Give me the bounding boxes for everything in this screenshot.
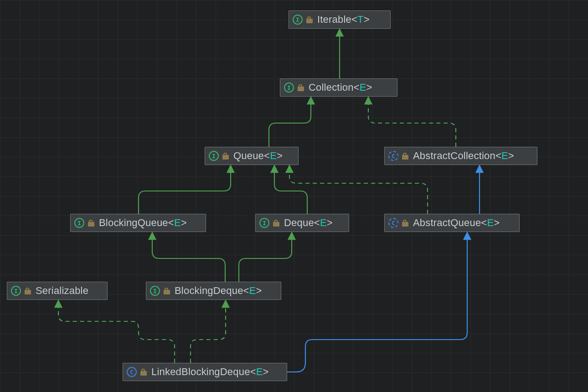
lock-icon [164,288,170,294]
node-deque[interactable]: I Deque<E> [255,214,349,232]
type-name: AbstractCollection<E> [413,150,514,162]
interface-icon: I [259,218,269,228]
lock-icon [306,16,313,23]
type-name: Collection<E> [309,82,372,93]
node-abstractcollection[interactable]: C AbstractCollection<E> [384,147,537,165]
type-name: AbstractQueue<E> [413,217,500,229]
lock-icon [273,220,279,226]
node-blockingdeque[interactable]: I BlockingDeque<E> [146,282,281,300]
lock-icon [402,220,408,226]
type-name: Serializable [36,285,88,297]
lock-icon [140,369,147,375]
type-name: BlockingQueue<E> [99,217,187,229]
interface-icon: I [11,286,21,296]
abstract-class-icon: C [388,151,398,161]
interface-icon: I [293,15,303,25]
type-name: Queue<E> [233,150,283,162]
node-linkedblockingdeque[interactable]: C LinkedBlockingDeque<E> [123,363,287,381]
node-serializable[interactable]: I Serializable [7,282,108,300]
lock-icon [298,84,304,91]
type-name: Iterable<T> [317,14,370,26]
node-abstractqueue[interactable]: C AbstractQueue<E> [384,214,520,232]
interface-icon: I [74,218,84,228]
node-blockingqueue[interactable]: I BlockingQueue<E> [70,214,206,232]
interface-icon: I [150,286,160,296]
interface-icon: I [284,83,294,93]
type-name: LinkedBlockingDeque<E> [151,366,269,378]
type-name: BlockingDeque<E> [175,285,262,297]
interface-icon: I [209,151,219,161]
lock-icon [402,153,408,159]
lock-icon [222,153,229,159]
node-iterable[interactable]: I Iterable<T> [289,10,391,29]
background-grid [0,0,588,392]
node-collection[interactable]: I Collection<E> [280,78,397,97]
lock-icon [88,220,94,226]
node-queue[interactable]: I Queue<E> [205,147,299,165]
type-name: Deque<E> [284,217,333,229]
lock-icon [25,288,31,294]
class-icon: C [127,367,137,377]
abstract-class-icon: C [388,218,398,228]
